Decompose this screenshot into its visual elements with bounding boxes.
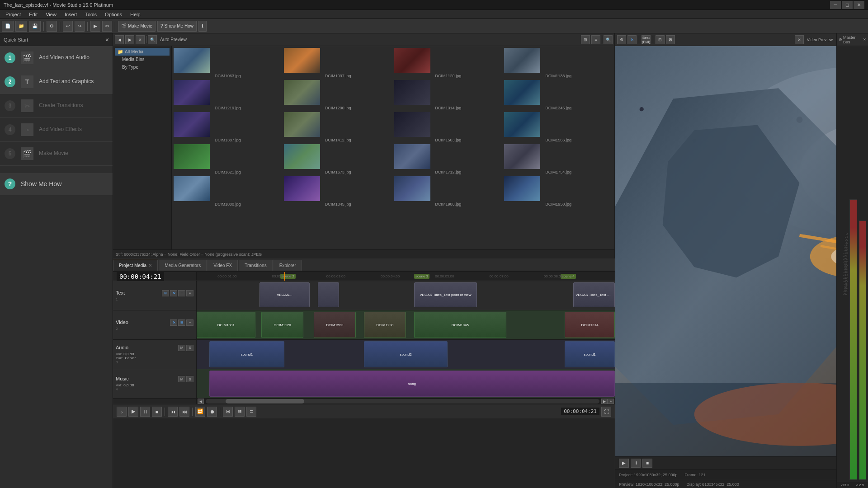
thumb-1345[interactable]: DCIM1345.jpg — [504, 80, 613, 110]
tree-media-bins[interactable]: Media Bins — [115, 56, 170, 63]
scroll-thumb[interactable] — [226, 399, 304, 404]
menu-project[interactable]: Project — [2, 11, 24, 18]
text-track-compose[interactable]: ⊞ — [162, 290, 169, 296]
prev-play[interactable]: ▶ — [619, 459, 629, 468]
menu-insert[interactable]: Insert — [61, 11, 81, 18]
tree-by-type[interactable]: By Type — [115, 63, 170, 71]
tab-video-fx[interactable]: Video FX — [208, 260, 238, 271]
toolbar-help[interactable]: ℹ — [198, 21, 207, 32]
undo-button[interactable]: ↩ — [63, 21, 73, 32]
timeline-auto-ripple[interactable]: ≋ — [235, 407, 245, 417]
music-clip-1[interactable]: song — [209, 371, 615, 397]
media-view-grid[interactable]: ⊞ — [581, 35, 590, 44]
timeline-snap[interactable]: ⊞ — [223, 407, 233, 417]
thumb-1503[interactable]: DCIM1503.jpg — [394, 112, 503, 142]
timeline-fullscreen[interactable]: ⛶ — [601, 407, 611, 417]
new-button[interactable]: 📄 — [2, 21, 14, 32]
music-track-solo[interactable]: S — [186, 376, 193, 382]
video-track-compose[interactable]: ⊞ — [178, 319, 185, 326]
thumb-1120[interactable]: DCIM1120.jpg — [394, 48, 503, 78]
trim-tool[interactable]: ✂ — [102, 21, 112, 32]
video-track-fx[interactable]: fx — [170, 319, 177, 326]
thumb-1412[interactable]: DCIM1412.jpg — [284, 112, 392, 142]
playhead[interactable] — [284, 272, 285, 281]
thumb-1063[interactable]: DCIM1063.jpg — [174, 48, 282, 78]
open-button[interactable]: 📁 — [15, 21, 27, 32]
video-clip-2[interactable]: DCIM1120 — [261, 312, 303, 338]
media-back[interactable]: ◀ — [115, 35, 124, 44]
timeline-stop[interactable]: ■ — [152, 407, 162, 417]
preview-fx[interactable]: fx — [627, 35, 637, 44]
audio-track-mute[interactable]: M — [178, 345, 185, 351]
thumb-1097[interactable]: DCIM1097.jpg — [284, 48, 392, 78]
thumb-1950[interactable]: DCIM1950.jpg — [504, 176, 613, 206]
menu-options[interactable]: Options — [101, 11, 126, 18]
quickstart-step-4[interactable]: 4 fx Add Video Effects — [0, 118, 113, 142]
thumb-1621[interactable]: DCIM1621.jpg — [174, 144, 282, 174]
audio-clip-1[interactable]: sound1 — [209, 341, 285, 367]
timeline-loop[interactable]: 🔁 — [195, 407, 205, 417]
audio-clip-2[interactable]: sound2 — [364, 341, 448, 367]
video-clip-4[interactable]: DCIM1290 — [364, 312, 406, 338]
quickstart-step-5[interactable]: 5 🎬 Make Movie — [0, 142, 113, 166]
preview-close[interactable]: ✕ — [795, 35, 804, 44]
tree-all-media[interactable]: 📁 All Media — [115, 48, 170, 56]
timeline-cross-fade[interactable]: ⊃ — [246, 407, 256, 417]
preview-fit[interactable]: ⊠ — [666, 35, 675, 44]
text-track-fx[interactable]: fx — [170, 290, 177, 296]
prev-stop[interactable]: ■ — [642, 459, 652, 468]
audio-track-solo[interactable]: S — [186, 345, 193, 351]
thumb-1754[interactable]: DCIM1754.jpg — [504, 144, 613, 174]
preview-grid[interactable]: ⊞ — [656, 35, 665, 44]
menu-help[interactable]: Help — [127, 11, 144, 18]
menu-tools[interactable]: Tools — [81, 11, 100, 18]
quickstart-step-3[interactable]: 3 ✂ Create Transitions — [0, 94, 113, 118]
thumb-1219[interactable]: DCIM1219.jpg — [174, 80, 282, 110]
media-forward[interactable]: ▶ — [125, 35, 134, 44]
thumb-1845[interactable]: DCIM1845.jpg — [284, 176, 392, 206]
show-me-how-button[interactable]: ? Show Me How — [157, 21, 197, 32]
preview-settings[interactable]: ⚙ — [617, 35, 626, 44]
text-track-menu[interactable]: ≡ — [186, 290, 193, 296]
thumb-1387[interactable]: DCIM1387.jpg — [174, 112, 282, 142]
minimize-button[interactable]: ─ — [830, 1, 841, 9]
media-view-list[interactable]: ≡ — [591, 35, 600, 44]
text-clip-4[interactable]: VEGAS Titles_Text aut... — [573, 282, 615, 307]
video-clip-6[interactable]: DCIM1314 — [565, 312, 615, 338]
tab-project-media[interactable]: Project Media ✕ — [113, 260, 158, 271]
cursor-tool[interactable]: ▶ — [90, 21, 100, 32]
menu-edit[interactable]: Edit — [25, 11, 41, 18]
restore-button[interactable]: ◻ — [842, 1, 853, 9]
text-clip-2[interactable] — [318, 282, 339, 307]
timeline-record[interactable]: ⏺ — [207, 407, 217, 417]
video-track-envelope[interactable]: ~ — [186, 319, 193, 326]
tab-close-project[interactable]: ✕ — [148, 263, 152, 268]
thumb-1138[interactable]: DCIM1138.jpg — [504, 48, 613, 78]
media-up[interactable]: ✕ — [136, 35, 145, 44]
tab-explorer[interactable]: Explorer — [274, 260, 302, 271]
quickstart-show-how[interactable]: ? Show Me How — [0, 173, 113, 195]
media-search[interactable]: 🔍 — [148, 35, 157, 44]
media-zoom[interactable]: 🔍 — [604, 35, 613, 44]
scroll-right-btn[interactable]: ▶ — [601, 399, 608, 404]
thumb-1673[interactable]: DCIM1673.jpg — [284, 144, 392, 174]
scroll-expand[interactable]: + — [608, 399, 614, 404]
thumb-1712[interactable]: DCIM1712.jpg — [394, 144, 503, 174]
thumb-1566[interactable]: DCIM1566.jpg — [504, 112, 613, 142]
save-button[interactable]: 💾 — [29, 21, 41, 32]
master-settings-btn[interactable]: ⚙ — [839, 38, 842, 42]
thumb-1314[interactable]: DCIM1314.jpg — [394, 80, 503, 110]
audio-clip-3[interactable]: sound1 — [565, 341, 615, 367]
video-clip-1[interactable]: DCIM1001 — [197, 312, 255, 338]
timeline-next-frame[interactable]: ⏭ — [179, 407, 189, 417]
music-track-mute[interactable]: M — [178, 376, 185, 382]
video-clip-5[interactable]: DCIM1845 — [414, 312, 506, 338]
scroll-track[interactable] — [206, 399, 599, 404]
prev-pause[interactable]: ⏸ — [631, 459, 641, 468]
timeline-cursor[interactable]: ⬦ — [117, 407, 127, 417]
menu-view[interactable]: View — [42, 11, 60, 18]
thumb-1800[interactable]: DCIM1800.jpg — [174, 176, 282, 206]
timeline-pause[interactable]: ⏸ — [140, 407, 150, 417]
timeline-play[interactable]: ▶ — [128, 407, 138, 417]
tab-media-generators[interactable]: Media Generators — [159, 260, 207, 271]
